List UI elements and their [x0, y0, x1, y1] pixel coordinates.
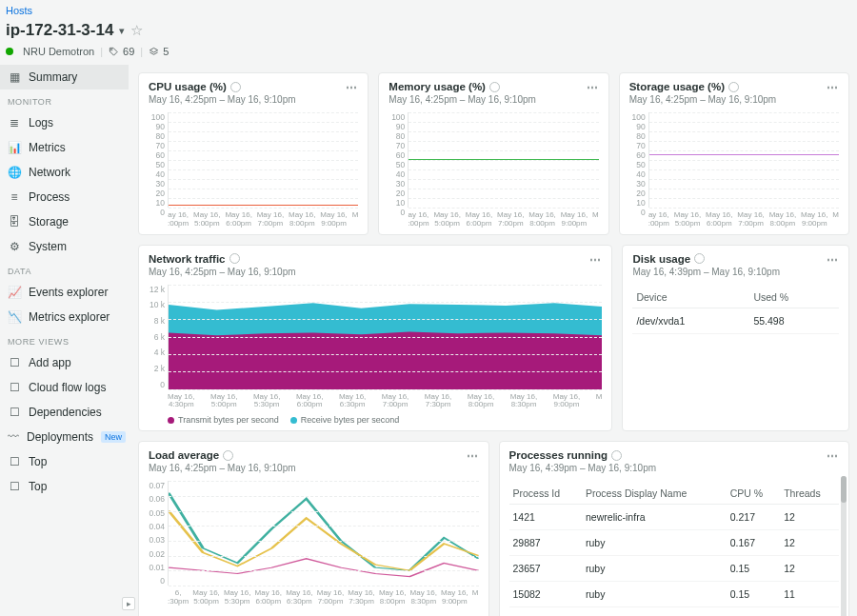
sidebar-item-summary[interactable]: ▦Summary: [0, 65, 129, 89]
table-header[interactable]: Process Display Name: [582, 483, 727, 505]
memory-usage-card: ⋯ Memory usage (%) May 16, 4:25pm – May …: [378, 72, 608, 235]
metrics-icon: 📊: [8, 141, 21, 154]
card-menu-icon[interactable]: ⋯: [587, 81, 599, 94]
related-count[interactable]: 5: [149, 46, 169, 57]
table-row[interactable]: 28659ruby0.1511: [509, 607, 840, 616]
stack-icon: [149, 47, 159, 57]
sidebar-group-header: MORE VIEWS: [0, 329, 129, 350]
time-range: May 16, 4:25pm – May 16, 9:10pm: [149, 267, 602, 277]
system-icon: ⚙: [8, 240, 21, 253]
cpu-title: CPU usage (%): [149, 81, 227, 92]
card-menu-icon[interactable]: ⋯: [467, 449, 479, 463]
card-menu-icon[interactable]: ⋯: [589, 253, 602, 267]
sidebar-item-metrics-explorer[interactable]: 📉Metrics explorer: [0, 305, 129, 329]
sidebar-item-label: Process: [29, 190, 70, 204]
sidebar-item-network[interactable]: 🌐Network: [0, 160, 129, 185]
table-row[interactable]: 23657ruby0.1512: [509, 556, 840, 582]
time-range: May 16, 4:25pm – May 16, 9:10pm: [149, 463, 479, 473]
info-icon[interactable]: [230, 82, 241, 92]
card-menu-icon[interactable]: ⋯: [827, 81, 839, 94]
info-icon[interactable]: [223, 450, 233, 461]
legend-swatch: [290, 417, 297, 424]
table-row[interactable]: 1421newrelic-infra0.21712: [509, 505, 840, 530]
sidebar-item-label: Add app: [29, 356, 71, 369]
disk-usage-card: ⋯ Disk usage May 16, 4:39pm – May 16, 9:…: [622, 245, 849, 432]
processes-running-card: ⋯ Processes running May 16, 4:39pm – May…: [499, 441, 850, 616]
card-menu-icon[interactable]: ⋯: [827, 449, 839, 463]
sidebar-group-header: DATA: [0, 259, 129, 280]
sidebar-item-events-explorer[interactable]: 📈Events explorer: [0, 280, 129, 305]
sidebar-item-dependencies[interactable]: ☐Dependencies: [0, 400, 129, 425]
proc-title: Processes running: [509, 449, 608, 461]
sidebar-item-cloud-flow-logs[interactable]: ☐Cloud flow logs: [0, 375, 129, 400]
sidebar-group-header: MONITOR: [0, 89, 129, 110]
sidebar-item-process[interactable]: ≡Process: [0, 185, 129, 209]
card-menu-icon[interactable]: ⋯: [827, 253, 839, 267]
info-icon[interactable]: [611, 450, 622, 461]
main-content: ⋯ CPU usage (%) May 16, 4:25pm – May 16,…: [129, 65, 857, 616]
load-title: Load average: [149, 449, 219, 461]
disk-table: DeviceUsed %/dev/xvda155.498: [632, 287, 839, 334]
scrollbar-thumb[interactable]: [841, 476, 847, 503]
sidebar-item-label: Deployments: [27, 430, 93, 444]
sidebar-collapse-icon[interactable]: ▸: [122, 597, 135, 610]
sidebar: ▦SummaryMONITOR≣Logs📊Metrics🌐Network≡Pro…: [0, 65, 129, 616]
sidebar-item-label: Logs: [29, 116, 53, 129]
load-average-card: ⋯ Load average May 16, 4:25pm – May 16, …: [138, 441, 489, 616]
top-icon: ☐: [8, 480, 21, 493]
sidebar-item-system[interactable]: ⚙System: [0, 234, 129, 259]
sto-title: Storage usage (%): [629, 81, 725, 92]
time-range: May 16, 4:39pm – May 16, 9:10pm: [509, 463, 840, 473]
table-header[interactable]: Device: [632, 287, 749, 308]
sidebar-item-top[interactable]: ☐Top: [0, 449, 129, 474]
table-header[interactable]: Process Id: [509, 483, 583, 505]
info-icon[interactable]: [728, 82, 739, 92]
table-row[interactable]: 15082ruby0.1511: [509, 582, 840, 607]
time-range: May 16, 4:25pm – May 16, 9:10pm: [389, 94, 598, 105]
card-menu-icon[interactable]: ⋯: [346, 81, 358, 94]
top-icon: ☐: [8, 455, 21, 468]
sidebar-item-label: System: [29, 240, 67, 253]
deployments-icon: 〰: [8, 430, 19, 444]
storage-usage-card: ⋯ Storage usage (%) May 16, 4:25pm – May…: [619, 72, 849, 235]
sidebar-item-label: Metrics explorer: [29, 310, 110, 324]
table-row[interactable]: /dev/xvda155.498: [632, 308, 839, 333]
sidebar-item-logs[interactable]: ≣Logs: [0, 110, 129, 135]
chevron-down-icon[interactable]: ▾: [119, 25, 125, 37]
breadcrumb-bar: Hosts: [0, 0, 857, 21]
sidebar-item-label: Cloud flow logs: [29, 381, 106, 394]
account-name: NRU Demotron: [23, 46, 94, 57]
sidebar-item-storage[interactable]: 🗄Storage: [0, 209, 129, 234]
cpu-usage-card: ⋯ CPU usage (%) May 16, 4:25pm – May 16,…: [138, 72, 369, 235]
dependencies-icon: ☐: [8, 406, 21, 419]
sidebar-item-deployments[interactable]: 〰DeploymentsNew: [0, 425, 129, 449]
table-header[interactable]: Used %: [749, 287, 839, 308]
sidebar-item-label: Network: [29, 166, 70, 179]
sidebar-item-label: Top: [29, 480, 47, 493]
page-title: ip-172-31-3-14: [6, 21, 113, 40]
sidebar-item-metrics[interactable]: 📊Metrics: [0, 135, 129, 160]
network-traffic-card: ⋯ Network traffic May 16, 4:25pm – May 1…: [138, 245, 612, 432]
info-icon[interactable]: [694, 253, 705, 264]
breadcrumb-hosts[interactable]: Hosts: [6, 5, 32, 16]
table-header[interactable]: Threads: [780, 483, 839, 505]
table-header[interactable]: CPU %: [727, 483, 780, 505]
disk-title: Disk usage: [632, 253, 690, 265]
time-range: May 16, 4:39pm – May 16, 9:10pm: [632, 267, 839, 277]
sidebar-item-add-app[interactable]: ☐Add app: [0, 350, 129, 375]
logs-icon: ≣: [8, 116, 21, 129]
info-icon[interactable]: [489, 82, 500, 92]
process-icon: ≡: [8, 190, 21, 204]
table-row[interactable]: 29887ruby0.16712: [509, 530, 840, 556]
status-dot-icon: [6, 48, 13, 55]
events-explorer-icon: 📈: [8, 286, 21, 299]
net-title: Network traffic: [149, 253, 226, 265]
sidebar-item-top[interactable]: ☐Top: [0, 474, 129, 499]
cpu-line: [169, 205, 358, 206]
favorite-star-icon[interactable]: ☆: [130, 22, 143, 39]
mem-title: Memory usage (%): [389, 81, 486, 92]
sidebar-item-label: Dependencies: [29, 406, 102, 419]
tag-count[interactable]: 69: [109, 46, 134, 57]
sto-line: [649, 154, 839, 155]
info-icon[interactable]: [229, 253, 240, 264]
